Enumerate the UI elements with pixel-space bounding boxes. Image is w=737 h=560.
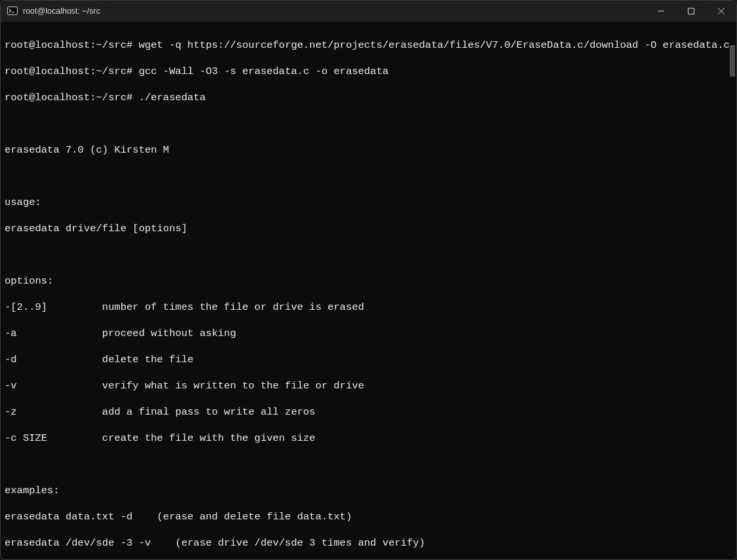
terminal-line: erasedata 7.0 (c) Kirsten M xyxy=(5,143,731,157)
titlebar[interactable]: root@localhost: ~/src xyxy=(1,1,736,22)
close-icon xyxy=(718,8,725,14)
terminal-line: -a proceed without asking xyxy=(5,327,731,340)
terminal-line xyxy=(5,117,731,130)
prompt: root@localhost:~/src# xyxy=(5,92,132,103)
terminal-line: erasedata data.txt -d (erase and delete … xyxy=(5,510,731,523)
minimize-icon xyxy=(658,8,664,14)
svg-rect-0 xyxy=(8,7,18,15)
terminal-line xyxy=(5,170,731,183)
maximize-button[interactable] xyxy=(676,1,706,22)
terminal-body[interactable]: root@localhost:~/src# wget -q https://so… xyxy=(1,22,736,559)
close-button[interactable] xyxy=(706,1,736,22)
terminal-line: -z add a final pass to write all zeros xyxy=(5,405,731,419)
command: ./erasedata xyxy=(139,92,206,103)
terminal-line xyxy=(5,248,731,261)
terminal-line: root@localhost:~/src# gcc -Wall -O3 -s e… xyxy=(5,65,731,78)
scrollbar-thumb[interactable] xyxy=(730,45,735,77)
terminal-line: -[2..9] number of times the file or driv… xyxy=(5,301,731,314)
scrollbar[interactable] xyxy=(728,22,736,559)
maximize-icon xyxy=(688,8,694,14)
terminal-line: examples: xyxy=(5,484,731,497)
terminal-line: erasedata drive/file [options] xyxy=(5,222,731,235)
terminal-app-icon xyxy=(7,6,18,16)
terminal-line: -v verify what is written to the file or… xyxy=(5,379,731,392)
terminal-line: root@localhost:~/src# ./erasedata xyxy=(5,91,731,104)
terminal-line: options: xyxy=(5,274,731,288)
prompt: root@localhost:~/src# xyxy=(5,65,132,77)
terminal-window: root@localhost: ~/src root@localhost:~/s… xyxy=(0,0,737,560)
command: gcc -Wall -O3 -s erasedata.c -o erasedat… xyxy=(139,65,388,77)
window-controls xyxy=(646,1,736,22)
terminal-line: -c SIZE create the file with the given s… xyxy=(5,432,731,445)
prompt: root@localhost:~/src# xyxy=(5,39,132,51)
terminal-line: erasedata /dev/sde -3 -v (erase drive /d… xyxy=(5,536,731,550)
terminal-line: -d delete the file xyxy=(5,353,731,366)
svg-rect-3 xyxy=(689,9,694,14)
command: wget -q https://sourceforge.net/projects… xyxy=(139,39,730,51)
terminal-line xyxy=(5,458,731,471)
window-title: root@localhost: ~/src xyxy=(23,7,646,16)
terminal-line: root@localhost:~/src# wget -q https://so… xyxy=(5,39,731,52)
minimize-button[interactable] xyxy=(646,1,676,22)
terminal-line: usage: xyxy=(5,196,731,209)
